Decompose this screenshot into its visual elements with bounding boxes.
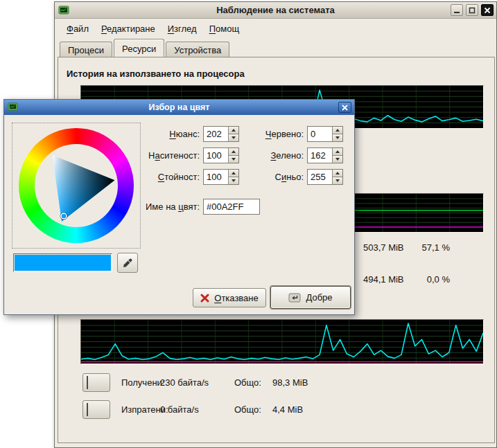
received-color-button[interactable] [82,373,110,392]
cancel-button-label: Отказване [214,293,259,303]
main-titlebar[interactable]: Наблюдение на системата [55,2,496,19]
ok-icon [288,293,301,303]
app-icon [58,5,69,16]
green-label: Зелено: [233,147,304,163]
green-up-button[interactable] [332,148,342,155]
cpu-history-heading: История на използването на процесора [67,69,245,79]
received-color-swatch [87,376,88,389]
red-up-button[interactable] [332,127,342,134]
down-arrow-icon [335,179,340,182]
hue-ring[interactable] [19,128,134,243]
menu-help[interactable]: Помощ [203,19,245,37]
swap-percent: 0,0 % [417,274,450,286]
close-icon [484,7,491,14]
saturation-value[interactable]: 100 [204,148,228,163]
down-arrow-icon [335,136,340,139]
close-icon [342,105,348,111]
blue-up-button[interactable] [332,170,342,177]
tabstrip: Процеси Ресурси Устройства [60,40,231,57]
sent-total-label: Общо: [234,400,261,419]
tab-resources[interactable]: Ресурси [114,39,164,57]
up-arrow-icon [335,129,340,132]
hue-value[interactable]: 202 [204,127,228,141]
color-picker-dialog: Избор на цвят [3,99,355,315]
eyedropper-button[interactable] [117,253,138,273]
up-arrow-icon [335,150,340,153]
color-name-label: Име на цвят: [113,199,200,215]
saturation-label: Наситеност: [127,147,200,163]
blue-value[interactable]: 255 [308,170,332,184]
menubar: Файл Редактиране Изглед Помощ [56,19,245,37]
value-label: Стойност: [127,169,200,185]
sent-total: 4,4 MiB [272,400,303,419]
red-label: Червено: [233,126,304,142]
received-total: 98,3 MiB [272,373,308,392]
ok-button-label: Добре [306,292,332,303]
sv-triangle[interactable] [35,144,118,227]
received-rate: 230 байта/s [160,373,209,392]
received-total-label: Общо: [234,373,261,392]
network-history-chart [80,319,484,364]
down-arrow-icon [335,158,340,161]
memory-percent: 57,1 % [417,242,450,254]
hue-label: Нюанс: [127,126,200,142]
value-value[interactable]: 100 [204,170,228,184]
red-value[interactable]: 0 [308,127,332,141]
dialog-close-button[interactable] [338,102,351,113]
red-down-button[interactable] [332,134,342,141]
window-title: Наблюдение на системата [55,5,496,15]
menu-view[interactable]: Изглед [162,19,203,37]
sent-rate: 0 байта/s [160,400,199,419]
cancel-button[interactable]: Отказване [193,288,266,307]
color-wheel-area [12,123,141,249]
dialog-titlebar[interactable]: Избор на цвят [4,100,354,115]
dialog-app-icon [8,102,19,113]
up-arrow-icon [335,172,340,174]
green-value[interactable]: 162 [308,148,332,163]
close-button[interactable] [481,4,494,16]
ok-button[interactable]: Добре [270,286,351,309]
desktop: Наблюдение на системата Файл Редактиране… [0,0,497,448]
maximize-button[interactable] [466,4,478,16]
blue-spinbox[interactable]: 255 [307,169,343,185]
green-down-button[interactable] [332,155,342,163]
color-preview [13,253,112,272]
blue-label: Синьо: [233,169,304,185]
tab-devices[interactable]: Устройства [166,42,229,57]
cancel-icon [200,294,209,303]
sent-color-button[interactable] [82,400,110,419]
tab-processes[interactable]: Процеси [60,42,112,57]
menu-file[interactable]: Файл [60,19,95,37]
maximize-icon [469,7,476,14]
memory-total: 503,7 MiB [363,242,413,254]
minimize-icon [453,7,460,14]
minimize-button[interactable] [451,4,463,16]
dialog-title: Избор на цвят [4,102,354,112]
menu-edit[interactable]: Редактиране [95,19,162,37]
received-label: Получени: [121,373,164,392]
color-name-input[interactable] [203,199,260,215]
blue-down-button[interactable] [332,177,342,184]
window-controls [451,4,494,16]
eyedropper-icon [122,258,133,269]
green-spinbox[interactable]: 162 [307,147,343,163]
sent-color-swatch [87,403,88,416]
color-preview-fill [15,255,111,271]
red-spinbox[interactable]: 0 [307,126,343,142]
swap-total: 494,1 MiB [363,274,413,286]
